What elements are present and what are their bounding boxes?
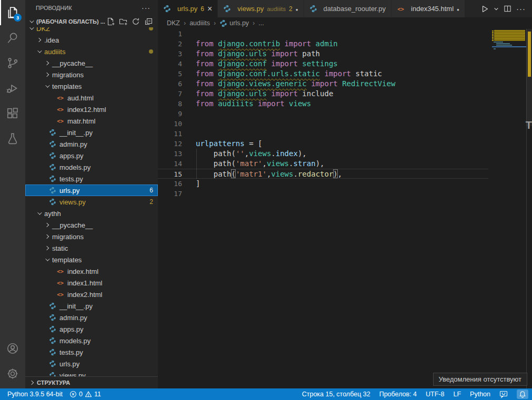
tree-item-static[interactable]: static [25,242,158,254]
tree-item-index1-html[interactable]: index1.html [25,277,158,289]
tree-item-templates[interactable]: templates [25,254,158,265]
workspace-section-header[interactable]: (РАБОЧАЯ ОБЛАСТЬ) ... [25,16,158,27]
tab-index345-html[interactable]: index345.html [392,0,465,17]
notifications-bell-icon[interactable] [517,389,528,399]
code-line-3[interactable]: 3from django.urls import path [158,49,488,59]
feedback-icon[interactable] [499,390,508,398]
testing-icon[interactable] [0,126,25,151]
breadcrumb: DKZ audiiits urls.py ... [158,17,532,29]
language-mode-item[interactable]: Python [470,391,490,398]
code-line-17[interactable]: 17 [158,189,488,199]
tab-bar: urls.py 6 views.py audiiits 2 database_r… [158,0,532,17]
tree-item-models-py[interactable]: models.py [25,161,158,173]
tree-item--pycache-[interactable]: __pycache__ [25,219,158,231]
code-token: import [280,39,315,49]
account-icon[interactable] [0,336,25,361]
collapse-folders-icon[interactable] [144,17,153,26]
code-area[interactable]: 12from django.contrib import admin3from … [158,29,532,388]
indentation-item[interactable]: Пробелов: 4 [379,391,417,398]
tree-item--init-py[interactable]: __init__.py [25,127,158,138]
breadcrumb-item[interactable]: DKZ [167,19,180,27]
tree-item-models-py[interactable]: models.py [25,335,158,346]
encoding-item[interactable]: UTF-8 [426,391,444,398]
new-folder-icon[interactable] [119,17,127,26]
dirty-dot-icon[interactable] [296,5,298,13]
tab-label: database_roouter.py [324,5,386,13]
code-line-15[interactable]: 15 path('matr1',views.redactor), [158,169,488,179]
code-line-10[interactable]: 10 [158,119,488,129]
eol-item[interactable]: LF [453,391,461,398]
code-line-4[interactable]: 4from django.conf import settings [158,59,488,69]
search-icon[interactable] [0,25,25,50]
tree-item-matr-html[interactable]: matr.html [25,115,158,127]
tree-item-migrations[interactable]: migrations [25,231,158,242]
tree-item-aythh[interactable]: aythh [25,208,158,219]
breadcrumb-item[interactable]: ... [258,19,264,27]
tree-item-urls-py[interactable]: urls.py6 [25,184,158,196]
tree-item-tests-py[interactable]: tests.py [25,346,158,358]
refresh-icon[interactable] [132,17,140,26]
run-dropdown-chevron-icon[interactable] [494,6,499,12]
html-file-icon [56,291,64,298]
sidebar-more-icon[interactable]: ··· [142,4,150,12]
run-debug-icon[interactable] [0,76,25,101]
new-file-icon[interactable] [106,17,115,26]
python-file-icon [48,372,56,376]
tree-item-admin-py[interactable]: admin.py [25,138,158,150]
python-interpreter-item[interactable]: Python 3.9.5 64-bit [7,391,63,398]
code-line-2[interactable]: 2from django.contrib import admin [158,39,488,49]
tree-item-templates[interactable]: templates [25,80,158,92]
code-line-14[interactable]: 14 path('matr',views.stran), [158,159,488,169]
tree-item-views-py[interactable]: views.py [25,370,158,376]
tree-item-index2-html[interactable]: index2.html [25,289,158,300]
breadcrumb-item-file[interactable]: urls.py [219,19,249,27]
code-line-12[interactable]: 12urlpatterns = [ [158,139,488,149]
split-editor-icon[interactable] [504,5,511,13]
code-line-1[interactable]: 1 [158,29,488,39]
code-line-9[interactable]: 9 [158,109,488,119]
tree-item-DKZ[interactable]: DKZ [25,27,158,34]
explorer-icon[interactable]: 3 [0,0,25,25]
tab-database-roouter-py[interactable]: database_roouter.py [304,0,392,17]
settings-gear-icon[interactable] [0,361,25,386]
outline-section-header[interactable]: СТРУКТУРА [25,376,158,388]
run-button-icon[interactable] [480,5,489,13]
tab-views-py[interactable]: views.py audiiits 2 [218,0,304,17]
tree-item-audiiits[interactable]: audiiits [25,46,158,57]
line-number: 12 [158,139,182,149]
problems-item[interactable]: 0 11 [69,391,101,398]
tree-item-index-html[interactable]: index.html [25,265,158,277]
tree-item-admin-py[interactable]: admin.py [25,312,158,323]
cursor-position-item[interactable]: Строка 15, столбец 32 [302,391,370,398]
line-number: 8 [158,99,182,109]
code-token: ( [231,149,235,159]
extensions-icon[interactable] [0,101,25,126]
code-line-8[interactable]: 8from audiiits import views [158,99,488,109]
dirty-dot-icon[interactable] [457,5,459,13]
tree-item-aud-html[interactable]: aud.html [25,92,158,104]
code-line-11[interactable]: 11 [158,129,488,139]
code-line-13[interactable]: 13 path('',views.index), [158,149,488,159]
breadcrumb-item[interactable]: audiiits [189,19,210,27]
tree-item-migrations[interactable]: migrations [25,69,158,80]
code-line-5[interactable]: 5from django.conf.urls.static import sta… [158,69,488,79]
source-control-icon[interactable] [0,50,25,76]
tree-item--init-py[interactable]: __init__.py [25,300,158,312]
tree-item-tests-py[interactable]: tests.py [25,173,158,184]
more-actions-icon[interactable] [516,4,526,13]
code-line-6[interactable]: 6from django.views.generic import Redire… [158,79,488,89]
tree-item--pycache-[interactable]: __pycache__ [25,57,158,69]
tree-item-apps-py[interactable]: apps.py [25,323,158,335]
close-icon[interactable] [207,5,212,13]
tree-item-apps-py[interactable]: apps.py [25,150,158,161]
tree-item-urls-py[interactable]: urls.py [25,358,158,370]
code-line-7[interactable]: 7from django.urls import include [158,89,488,99]
file-label: models.py [59,337,91,345]
minimap[interactable] [494,29,526,87]
tab-urls-py[interactable]: urls.py 6 [158,0,218,17]
tree-item-views-py[interactable]: views.py2 [25,196,158,208]
tree-item--idea[interactable]: .idea [25,34,158,46]
tree-item-index12-html[interactable]: index12.html [25,104,158,115]
overview-ruler[interactable] [526,29,532,388]
code-line-16[interactable]: 16] [158,179,488,189]
